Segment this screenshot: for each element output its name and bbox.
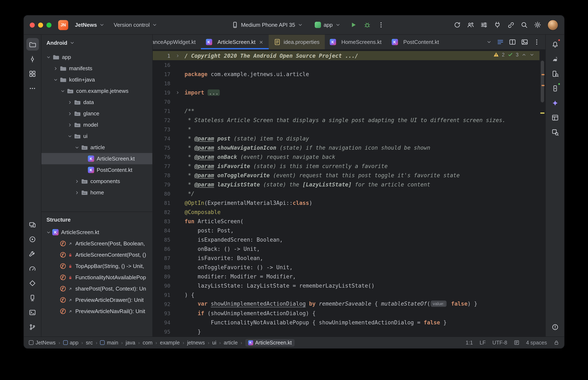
preview-image-icon[interactable] <box>521 38 528 46</box>
structure-item-articlescreen-kt[interactable]: KArticleScreen.kt <box>41 227 152 238</box>
scrollbar-thumb[interactable] <box>541 61 544 102</box>
breadcrumb-example[interactable]: example <box>160 340 180 345</box>
code-line-80[interactable]: 80 */ <box>153 189 539 198</box>
indent-icon[interactable] <box>514 340 519 345</box>
code-line-76[interactable]: 76 * @param onBack (event) request navig… <box>153 152 539 161</box>
project-item-data[interactable]: data <box>41 96 152 108</box>
project-item-com-example-jetnews[interactable]: com.example.jetnews <box>41 85 152 96</box>
code-line-93[interactable]: 93 if (showUnimplementedActionDialog) { <box>153 308 539 318</box>
file-encoding[interactable]: UTF-8 <box>492 340 507 345</box>
code-line-87[interactable]: 87 isFavorite: Boolean, <box>153 253 539 263</box>
code-line-95[interactable]: 95 } <box>153 327 539 336</box>
chevron-right-icon[interactable] <box>73 179 81 184</box>
code-line-89[interactable]: 89 modifier: Modifier = Modifier, <box>153 272 539 281</box>
device-mirror-button[interactable] <box>26 218 39 231</box>
code-line-16[interactable]: 16 <box>153 60 539 69</box>
close-tab-icon[interactable] <box>258 39 264 44</box>
structure-item-functionalitynotavailablepop[interactable]: FunctionalityNotAvailablePop <box>41 272 152 283</box>
chevron-right-icon[interactable] <box>66 100 74 105</box>
tab-anceappwidget-kt[interactable]: anceAppWidget.kt <box>153 35 201 49</box>
profiler-button[interactable] <box>26 262 39 275</box>
vcs-widget[interactable]: Version control <box>111 20 160 30</box>
project-item-article[interactable]: article <box>41 142 152 153</box>
code-with-me-icon[interactable] <box>467 21 474 28</box>
plugins-icon[interactable] <box>494 21 501 28</box>
running-devices-button[interactable] <box>549 82 561 95</box>
code-line-86[interactable]: 86 onBack: () -> Unit, <box>153 244 539 253</box>
code-line-91[interactable]: 91) { <box>153 290 539 299</box>
next-problem-icon[interactable] <box>529 52 534 57</box>
structure-item-previewarticlenavrail-unit[interactable]: PreviewArticleNavRail(): Unit <box>41 305 152 317</box>
code-line-94[interactable]: 94 FunctionalityNotAvailablePopup { show… <box>153 318 539 327</box>
commit-button[interactable] <box>26 53 39 65</box>
project-item-glance[interactable]: glance <box>41 108 152 119</box>
run-tool-button[interactable] <box>26 233 39 245</box>
tab-homescreens-kt[interactable]: KHomeScreens.kt <box>324 35 386 49</box>
close-window-button[interactable] <box>30 22 35 27</box>
git-branch-button[interactable] <box>26 321 39 333</box>
breadcrumb-articlescreen-kt[interactable]: KArticleScreen.kt <box>245 339 295 346</box>
chevron-down-icon[interactable] <box>66 133 74 139</box>
project-widget[interactable]: JetNews <box>72 20 107 30</box>
editor[interactable]: 1/ Copyright 2020 The Android Open Sourc… <box>153 50 545 337</box>
caret-position[interactable]: 1:1 <box>466 340 473 345</box>
project-item-model[interactable]: model <box>41 119 152 131</box>
chevron-right-icon[interactable] <box>66 111 74 116</box>
tab-articlescreen-kt[interactable]: KArticleScreen.kt <box>201 35 268 49</box>
breadcrumb-com[interactable]: com <box>143 340 153 345</box>
run-button[interactable] <box>350 21 357 28</box>
warning-stripe-mark[interactable] <box>542 74 545 75</box>
fold-marker-icon[interactable] <box>170 90 184 95</box>
code-line-79[interactable]: 79 * @param lazyListState (state) the [L… <box>153 180 539 189</box>
code-line-70[interactable]: 70 <box>153 97 539 106</box>
code-line-78[interactable]: 78 * @param onToggleFavorite (event) req… <box>153 171 539 180</box>
chevron-down-icon[interactable] <box>45 55 52 59</box>
kebab-icon[interactable] <box>533 38 540 46</box>
layout-list-icon[interactable] <box>497 38 504 46</box>
gradle-button[interactable] <box>549 53 561 65</box>
previous-problem-icon[interactable] <box>522 52 527 57</box>
insights-button[interactable] <box>549 126 561 138</box>
bell-button[interactable] <box>549 38 561 51</box>
problems-button[interactable] <box>549 321 561 333</box>
project-folder-button[interactable] <box>26 38 39 51</box>
project-view-selector[interactable]: Android <box>41 35 152 51</box>
structure-item-previewarticledrawer-unit[interactable]: PreviewArticleDrawer(): Unit <box>41 294 152 305</box>
code-line-90[interactable]: 90 lazyListState: LazyListState = rememb… <box>153 281 539 290</box>
terminal-button[interactable] <box>26 306 39 319</box>
code-line-85[interactable]: 85 isExpandedScreen: Boolean, <box>153 235 539 244</box>
code-line-19[interactable]: 19import ... <box>153 88 539 97</box>
indent-size[interactable]: 4 spaces <box>526 340 547 345</box>
breadcrumb-main[interactable]: main <box>100 340 118 345</box>
structure-item-topappbar-string-unit[interactable]: TopAppBar(String, () -> Unit, <box>41 260 152 272</box>
chevron-down-icon[interactable] <box>59 88 66 94</box>
readonly-lock-icon[interactable] <box>554 340 559 345</box>
run-configuration-selector[interactable]: app <box>312 20 343 30</box>
code-line-84[interactable]: 84 post: Post, <box>153 226 539 235</box>
more-button[interactable] <box>26 82 39 95</box>
code-line-73[interactable]: 73 * <box>153 125 539 134</box>
code-line-82[interactable]: 82@Composable <box>153 207 539 217</box>
chevron-right-icon[interactable] <box>66 122 74 127</box>
minimize-window-button[interactable] <box>38 22 43 27</box>
code-line-17[interactable]: 17package com.example.jetnews.ui.article <box>153 69 539 79</box>
code-line-77[interactable]: 77 * @param isFavorite (state) is this i… <box>153 161 539 171</box>
display-settings-icon[interactable] <box>480 21 487 28</box>
code-line-92[interactable]: 92 var showUnimplementedActionDialog by … <box>153 299 539 308</box>
fold-marker-icon[interactable] <box>170 53 184 58</box>
sync-icon[interactable] <box>454 21 461 28</box>
code-line-83[interactable]: 83fun ArticleScreen( <box>153 217 539 226</box>
search-icon[interactable] <box>521 21 528 28</box>
chevron-down-icon[interactable] <box>52 77 60 82</box>
user-avatar[interactable] <box>547 19 558 30</box>
warning-stripe-mark[interactable] <box>542 85 545 86</box>
chevron-right-icon[interactable] <box>73 190 81 195</box>
project-item-components[interactable]: components <box>41 176 152 187</box>
share-icon[interactable] <box>507 21 514 28</box>
breadcrumb-app[interactable]: app <box>63 340 79 345</box>
tab-idea-properties[interactable]: idea.properties <box>268 35 324 49</box>
code-line-72[interactable]: 72 * Stateless Article Screen that displ… <box>153 115 539 125</box>
chevron-down-icon[interactable] <box>73 145 81 150</box>
tab-postcontent-kt[interactable]: KPostContent.kt <box>386 35 444 49</box>
project-item-kotlin-java[interactable]: kotlin+java <box>41 74 152 85</box>
